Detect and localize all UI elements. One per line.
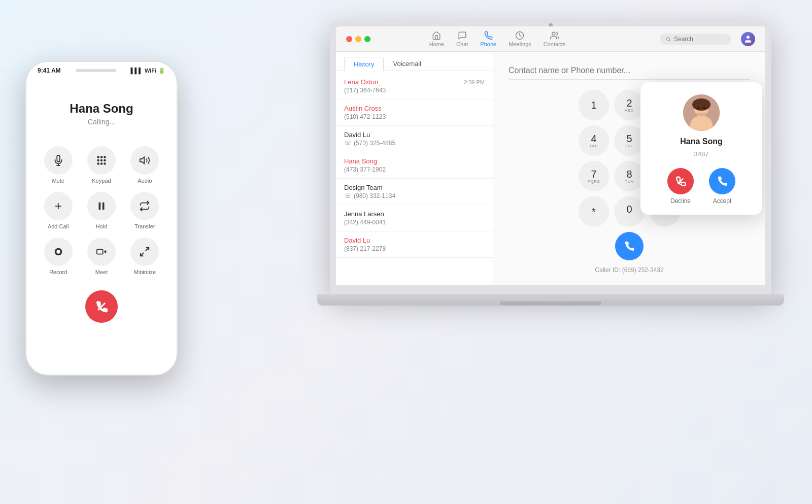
dial-btn-0[interactable]: 0+	[614, 196, 645, 227]
svg-rect-25	[103, 203, 105, 210]
meet-button[interactable]	[87, 238, 116, 266]
svg-point-10	[703, 107, 706, 110]
dial-btn-8[interactable]: 8TUV	[614, 161, 645, 191]
incoming-caller-ext: 3487	[694, 150, 709, 158]
keypad-control[interactable]: Keypad	[84, 146, 119, 184]
app-container: Home Chat Phone	[336, 26, 765, 285]
svg-point-1	[552, 32, 555, 35]
phone-call-status: Calling...	[88, 118, 115, 126]
minimize-phone-button[interactable]	[130, 238, 159, 266]
caller-name: Hana Song	[344, 157, 377, 165]
call-item-design[interactable]: Design Team ☏ (980) 332-1134	[336, 179, 493, 205]
caller-number: (217) 364-7643	[344, 87, 485, 94]
audio-button[interactable]	[130, 146, 159, 175]
hold-button[interactable]	[87, 192, 116, 220]
search-icon	[666, 36, 671, 42]
call-item-david2[interactable]: David Lu (837) 217-2278	[336, 231, 493, 258]
svg-line-29	[146, 248, 149, 251]
call-item-jenna[interactable]: Jenna Larsen (342) 449-0041	[336, 205, 493, 231]
hold-control[interactable]: Hold	[84, 192, 119, 229]
meet-control[interactable]: Meet	[84, 238, 119, 275]
tab-history[interactable]: History	[344, 57, 384, 71]
avatar-image	[683, 94, 720, 131]
wifi-icon: WiFi	[145, 68, 156, 74]
close-button[interactable]	[346, 36, 352, 42]
incoming-call-popup: Hana Song 3487 Decline	[640, 82, 762, 215]
app-body: History Voicemail Lena Oxton 2:39 PM (21…	[336, 52, 765, 285]
record-button[interactable]	[44, 238, 73, 266]
svg-rect-24	[98, 203, 100, 210]
phone-screen: Hana Song Calling... Mute Keypad	[26, 76, 177, 333]
caller-name: Jenna Larsen	[344, 210, 384, 218]
dial-btn-5[interactable]: 5JKL	[614, 125, 645, 156]
nav-contacts[interactable]: Contacts	[544, 31, 565, 47]
svg-point-16	[104, 156, 106, 158]
svg-rect-28	[97, 249, 103, 254]
tab-voicemail[interactable]: Voicemail	[384, 57, 430, 71]
mute-button[interactable]	[44, 146, 73, 175]
audio-control[interactable]: Audio	[127, 146, 162, 184]
dial-btn-7[interactable]: 7PQRS	[579, 161, 609, 191]
minimize-control[interactable]: Minimize	[127, 238, 162, 275]
end-call-button[interactable]	[85, 290, 118, 323]
add-call-control[interactable]: + Add Call	[41, 192, 76, 229]
add-call-button[interactable]: +	[44, 192, 73, 220]
transfer-control[interactable]: Transfer	[127, 192, 162, 229]
call-item-david1[interactable]: David Lu ☏ (573) 325-4885	[336, 126, 493, 152]
avatar-svg	[683, 94, 720, 131]
search-input[interactable]	[674, 36, 725, 43]
user-avatar[interactable]	[741, 32, 755, 46]
dial-btn-2[interactable]: 2ABC	[614, 90, 645, 120]
incoming-call-actions: Decline Accept	[667, 168, 735, 205]
mute-label: Mute	[52, 178, 64, 184]
nav-home[interactable]: Home	[429, 31, 444, 47]
transfer-button[interactable]	[130, 192, 159, 220]
mute-control[interactable]: Mute	[41, 146, 76, 184]
caller-name: Lena Oxton	[344, 78, 378, 86]
keypad-label: Keypad	[92, 178, 111, 184]
accept-button[interactable]	[709, 168, 735, 194]
call-btn-wrapper	[509, 232, 750, 260]
maximize-button[interactable]	[364, 36, 370, 42]
caller-name: Design Team	[344, 184, 383, 191]
accept-action: Accept	[709, 168, 735, 205]
dial-btn-1[interactable]: 1	[579, 90, 609, 120]
svg-point-22	[104, 163, 106, 164]
search-bar[interactable]	[660, 33, 731, 45]
dial-input[interactable]	[509, 62, 750, 80]
laptop-screen: Home Chat Phone	[336, 26, 765, 285]
call-item-lena[interactable]: Lena Oxton 2:39 PM (217) 364-7643	[336, 73, 493, 99]
svg-point-2	[666, 37, 670, 41]
record-control[interactable]: Record	[41, 238, 76, 275]
nav-meetings[interactable]: Meetings	[509, 31, 531, 47]
laptop-bezel: Home Chat Phone	[330, 20, 771, 294]
nav-chat[interactable]: Chat	[456, 31, 468, 47]
place-call-button[interactable]	[615, 232, 644, 260]
svg-point-17	[97, 160, 99, 161]
svg-point-14	[97, 156, 99, 158]
caller-number: ☏ (573) 325-4885	[344, 140, 485, 147]
call-list: Lena Oxton 2:39 PM (217) 364-7643 Austin…	[336, 71, 493, 285]
app-topbar: Home Chat Phone	[336, 26, 765, 52]
dial-btn-star[interactable]: *	[579, 196, 609, 227]
call-item-austin[interactable]: Austin Cross (510) 472-1123	[336, 99, 493, 126]
transfer-label: Transfer	[134, 223, 155, 229]
caller-name: Austin Cross	[344, 105, 382, 112]
decline-button[interactable]	[667, 168, 694, 194]
nav-bar: Home Chat Phone	[386, 31, 609, 47]
decline-action: Decline	[667, 168, 694, 205]
right-panel: 1 2ABC 3DEF 4GHI 5JKL 6MNO	[493, 52, 765, 285]
minimize-button[interactable]	[355, 36, 361, 42]
record-label: Record	[49, 269, 67, 275]
caller-number: (510) 472-1123	[344, 113, 485, 120]
svg-marker-23	[140, 157, 144, 164]
traffic-lights	[346, 36, 370, 42]
dial-btn-4[interactable]: 4GHI	[579, 125, 609, 156]
keypad-button[interactable]	[87, 146, 116, 175]
svg-point-19	[104, 160, 106, 161]
left-panel: History Voicemail Lena Oxton 2:39 PM (21…	[336, 52, 493, 285]
panel-tabs: History Voicemail	[336, 52, 493, 71]
call-item-hana[interactable]: Hana Song (473) 377-1902	[336, 152, 493, 179]
nav-phone[interactable]: Phone	[480, 31, 496, 47]
caller-number: (473) 377-1902	[344, 166, 485, 173]
